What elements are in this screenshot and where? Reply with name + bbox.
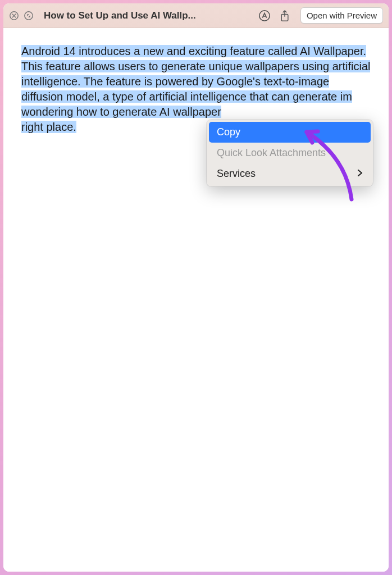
selected-text-3: right place.: [21, 121, 76, 133]
open-with-preview-button[interactable]: Open with Preview: [300, 7, 383, 24]
chevron-right-icon: [357, 169, 363, 179]
share-icon[interactable]: [277, 8, 293, 24]
titlebar: How to Set Up and Use AI Wallp... Open w…: [3, 3, 389, 28]
menu-item-copy[interactable]: Copy: [209, 122, 371, 143]
menu-label: Quick Look Attachments: [217, 147, 326, 159]
selected-text-2: wondering how to generate AI wallpaper: [21, 106, 221, 118]
markup-icon[interactable]: [257, 8, 272, 24]
context-menu: Copy Quick Look Attachments Services: [207, 120, 373, 186]
menu-item-services[interactable]: Services: [209, 163, 371, 184]
selected-text: Android 14 introduces a new and exciting…: [21, 45, 370, 103]
menu-label: Services: [217, 168, 256, 180]
window-title: How to Set Up and Use AI Wallp...: [44, 10, 196, 21]
quicklook-window: How to Set Up and Use AI Wallp... Open w…: [3, 3, 389, 572]
close-icon[interactable]: [9, 11, 19, 21]
menu-label: Copy: [217, 126, 240, 138]
menu-item-quick-look-attachments: Quick Look Attachments: [209, 143, 371, 163]
window-controls: [9, 11, 34, 21]
document-content: Android 14 introduces a new and exciting…: [3, 28, 389, 572]
fullscreen-icon[interactable]: [24, 11, 34, 21]
svg-point-3: [25, 11, 33, 19]
